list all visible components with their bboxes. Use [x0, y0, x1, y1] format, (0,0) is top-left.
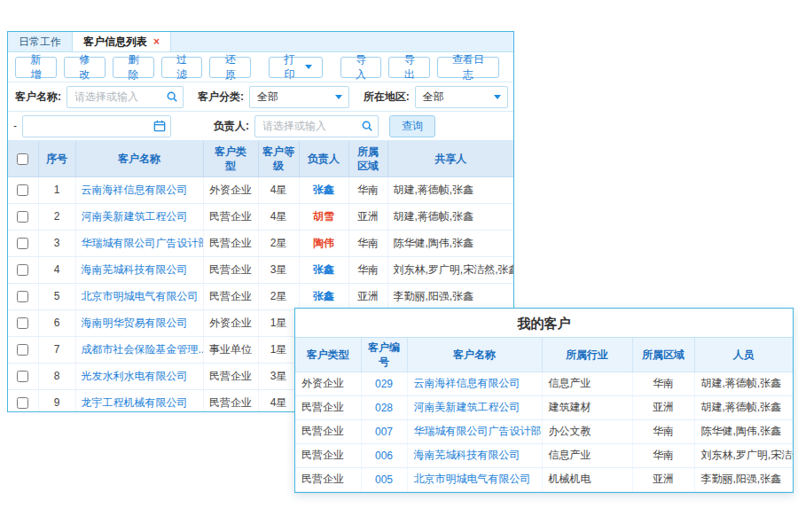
row-no: 4: [38, 256, 75, 283]
category-label: 客户分类:: [198, 90, 244, 105]
table-row[interactable]: 外资企业 029 云南海祥信息有限公司 信息产业 华南 胡建,蒋德帧,张鑫: [295, 372, 793, 395]
row-checkbox[interactable]: [17, 238, 28, 249]
restore-button[interactable]: 还原: [209, 57, 251, 78]
table-row[interactable]: 民营企业 007 华瑞城有限公司广告设计部 办公文教 华南 陈华健,陶伟,张鑫: [295, 419, 793, 443]
row-checkbox[interactable]: [17, 344, 28, 356]
col-header-shared: 共享人: [387, 141, 513, 176]
category-select[interactable]: 全部: [249, 86, 349, 108]
query-button[interactable]: 查询: [389, 115, 435, 137]
region: 华南: [348, 230, 387, 256]
customer-type: 事业单位: [203, 336, 258, 363]
import-button[interactable]: 导入: [340, 57, 382, 78]
customer-name-link[interactable]: 海南芜城科技有限公司: [414, 449, 520, 461]
customer-level: 4星: [258, 176, 299, 203]
customer-type: 民营企业: [295, 395, 361, 419]
select-all-checkbox[interactable]: [17, 153, 28, 165]
customer-name-link[interactable]: 华瑞城有限公司广告设计部: [82, 237, 204, 249]
date-range-dash: -: [13, 120, 17, 132]
row-no: 9: [38, 389, 75, 412]
owner-link[interactable]: 陶伟: [313, 237, 334, 249]
col-header-name: 客户名称: [407, 338, 542, 372]
owner-link[interactable]: 张鑫: [313, 290, 334, 302]
my-customers-panel: 我的客户 客户类型 客户编号 客户名称 所属行业 所属区域 人员 外资企业: [294, 308, 794, 493]
category-select-value: 全部: [257, 90, 278, 105]
export-button[interactable]: 导出: [388, 57, 430, 78]
customer-name-link[interactable]: 龙宇工程机械有限公司: [82, 396, 188, 409]
col-header-level: 客户等级: [258, 141, 299, 176]
owner-link[interactable]: 张鑫: [313, 184, 334, 196]
owner-link[interactable]: 胡雪: [313, 210, 334, 223]
customer-name-link[interactable]: 河南美新建筑工程公司: [414, 401, 520, 413]
print-button[interactable]: 打印: [269, 57, 322, 78]
table-row[interactable]: 民营企业 028 河南美新建筑工程公司 建筑建材 亚洲 胡建,蒋德帧,张鑫: [295, 395, 793, 419]
region: 华南: [632, 443, 694, 467]
customer-name-link[interactable]: 成都市社会保险基金管理...: [82, 343, 204, 356]
view-log-button[interactable]: 查看日志: [437, 57, 499, 78]
row-checkbox[interactable]: [17, 291, 28, 302]
search-icon[interactable]: [166, 90, 178, 103]
customer-name-link[interactable]: 海南芜城科技有限公司: [82, 263, 188, 276]
row-checkbox[interactable]: [17, 397, 28, 409]
customer-name-link[interactable]: 华瑞城有限公司广告设计部: [414, 425, 542, 437]
filter-button[interactable]: 过滤: [161, 57, 203, 78]
customer-name-link[interactable]: 光发水利水电有限公司: [82, 370, 188, 382]
col-header-no: 客户编号: [361, 338, 407, 372]
table-row[interactable]: 4 海南芜城科技有限公司 民营企业 3星 张鑫 华南 刘东林,罗广明,宋洁然,张…: [8, 256, 513, 283]
people: 胡建,蒋德帧,张鑫: [694, 372, 793, 395]
customer-name-link[interactable]: 云南海祥信息有限公司: [82, 184, 188, 196]
date-input[interactable]: [22, 115, 171, 137]
delete-button[interactable]: 删除: [113, 57, 154, 78]
row-no: 5: [38, 283, 75, 309]
col-header-people: 人员: [694, 338, 793, 372]
region: 华南: [348, 256, 387, 283]
table-row[interactable]: 2 河南美新建筑工程公司 民营企业 4星 胡雪 亚洲 胡建,蒋德帧,张鑫: [8, 203, 513, 230]
calendar-icon[interactable]: [153, 120, 166, 132]
shared-people: 胡建,蒋德帧,张鑫: [387, 203, 513, 230]
row-checkbox[interactable]: [17, 264, 28, 276]
customer-no-link[interactable]: 028: [375, 402, 393, 414]
table-row[interactable]: 3 华瑞城有限公司广告设计部 民营企业 2星 陶伟 华南 陈华健,陶伟,张鑫: [8, 230, 513, 256]
customer-name-link[interactable]: 河南美新建筑工程公司: [82, 210, 188, 223]
chevron-down-icon: [335, 95, 342, 99]
customer-name-link[interactable]: 北京市明城电气有限公司: [414, 473, 531, 485]
customer-type: 民营企业: [203, 256, 258, 283]
close-tab-icon[interactable]: ×: [153, 36, 160, 47]
row-checkbox[interactable]: [17, 371, 28, 382]
industry: 办公文教: [542, 419, 632, 443]
table-row[interactable]: 民营企业 006 海南芜城科技有限公司 信息产业 华南 刘东林,罗广明,宋洁然.…: [295, 443, 793, 467]
customer-type: 民营企业: [203, 389, 258, 412]
table-row[interactable]: 5 北京市明城电气有限公司 民营企业 2星 张鑫 亚洲 李勤丽,阳强,张鑫: [8, 283, 513, 309]
tab-customer-list[interactable]: 客户信息列表 ×: [73, 32, 171, 51]
search-icon[interactable]: [361, 120, 373, 132]
owner-input[interactable]: [254, 115, 379, 137]
table-row[interactable]: 民营企业 005 北京市明城电气有限公司 机械机电 亚洲 李勤丽,阳强,张鑫: [295, 467, 793, 491]
row-checkbox[interactable]: [17, 184, 28, 196]
tab-daily-work[interactable]: 日常工作: [8, 32, 73, 51]
customer-no-link[interactable]: 029: [375, 378, 393, 390]
row-no: 1: [38, 176, 75, 203]
customer-type: 外资企业: [203, 176, 258, 203]
customer-name-link[interactable]: 云南海祥信息有限公司: [414, 377, 520, 389]
chevron-down-icon: [494, 95, 501, 99]
customer-name-label: 客户名称:: [15, 90, 61, 105]
customer-name-link[interactable]: 海南明华贸易有限公司: [82, 317, 188, 329]
customer-no-link[interactable]: 007: [375, 426, 393, 438]
table-row[interactable]: 1 云南海祥信息有限公司 外资企业 4星 张鑫 华南 胡建,蒋德帧,张鑫: [8, 176, 513, 203]
customer-type: 外资企业: [295, 372, 361, 395]
customer-no-link[interactable]: 006: [375, 450, 393, 462]
tab-customer-list-label: 客户信息列表: [83, 35, 147, 50]
edit-button[interactable]: 修改: [64, 57, 106, 78]
row-checkbox[interactable]: [17, 211, 28, 223]
add-button[interactable]: 新增: [15, 57, 57, 78]
region-select[interactable]: 全部: [415, 86, 508, 108]
owner-label: 负责人:: [214, 119, 249, 134]
my-customers-title: 我的客户: [295, 309, 793, 338]
region-label: 所在地区:: [364, 90, 410, 105]
col-header-no: 序号: [38, 141, 75, 176]
customer-name-link[interactable]: 北京市明城电气有限公司: [82, 290, 199, 302]
region-select-value: 全部: [423, 90, 444, 105]
customer-no-link[interactable]: 005: [375, 473, 393, 486]
col-header-owner: 负责人: [299, 141, 348, 176]
row-checkbox[interactable]: [17, 317, 28, 329]
owner-link[interactable]: 张鑫: [313, 263, 334, 276]
